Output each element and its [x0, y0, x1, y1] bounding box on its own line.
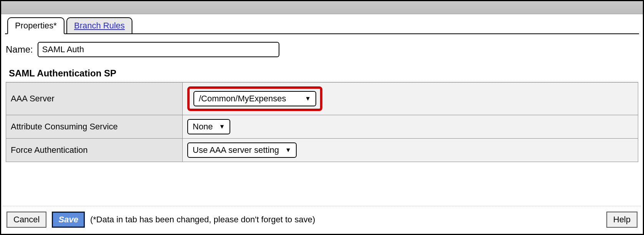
aaa-server-select[interactable]: /Common/MyExpenses ▼ — [193, 91, 316, 106]
aaa-server-label: AAA Server — [6, 83, 183, 115]
aaa-server-value-cell: /Common/MyExpenses ▼ — [183, 83, 638, 115]
attr-consuming-select[interactable]: None ▼ — [187, 119, 230, 134]
chevron-down-icon: ▼ — [219, 123, 225, 130]
name-label: Name: — [6, 44, 33, 55]
tab-branch-rules-label[interactable]: Branch Rules — [74, 21, 125, 30]
tab-properties-label: Properties* — [15, 21, 57, 30]
name-input[interactable] — [38, 42, 279, 57]
settings-table: AAA Server /Common/MyExpenses ▼ Attribut… — [6, 82, 638, 162]
content-area: Name: SAML Authentication SP AAA Server … — [1, 34, 643, 162]
force-auth-select[interactable]: Use AAA server setting ▼ — [187, 142, 297, 158]
cancel-button[interactable]: Cancel — [7, 212, 46, 228]
title-bar — [1, 1, 643, 14]
name-row: Name: — [6, 42, 638, 57]
force-auth-label: Force Authentication — [6, 139, 183, 162]
chevron-down-icon: ▼ — [305, 95, 311, 102]
tab-bar: Properties* Branch Rules — [5, 14, 643, 34]
force-auth-value-cell: Use AAA server setting ▼ — [183, 139, 638, 162]
tab-branch-rules[interactable]: Branch Rules — [66, 17, 132, 34]
attr-consuming-value-cell: None ▼ — [183, 115, 638, 139]
tab-properties[interactable]: Properties* — [7, 17, 64, 34]
dialog-window: Properties* Branch Rules Name: SAML Auth… — [0, 0, 644, 235]
section-header: SAML Authentication SP — [6, 68, 638, 82]
footer-bar: Cancel Save (*Data in tab has been chang… — [3, 206, 641, 232]
attr-consuming-selected: None — [193, 122, 213, 132]
row-force-auth: Force Authentication Use AAA server sett… — [6, 139, 638, 162]
save-button[interactable]: Save — [52, 212, 84, 228]
chevron-down-icon: ▼ — [285, 147, 291, 154]
aaa-server-selected: /Common/MyExpenses — [199, 94, 286, 104]
help-button[interactable]: Help — [606, 212, 637, 228]
row-aaa-server: AAA Server /Common/MyExpenses ▼ — [6, 83, 638, 115]
unsaved-note: (*Data in tab has been changed, please d… — [90, 215, 315, 225]
row-attr-consuming: Attribute Consuming Service None ▼ — [6, 115, 638, 139]
force-auth-selected: Use AAA server setting — [193, 145, 279, 155]
aaa-server-highlight: /Common/MyExpenses ▼ — [187, 86, 322, 111]
attr-consuming-label: Attribute Consuming Service — [6, 115, 183, 139]
